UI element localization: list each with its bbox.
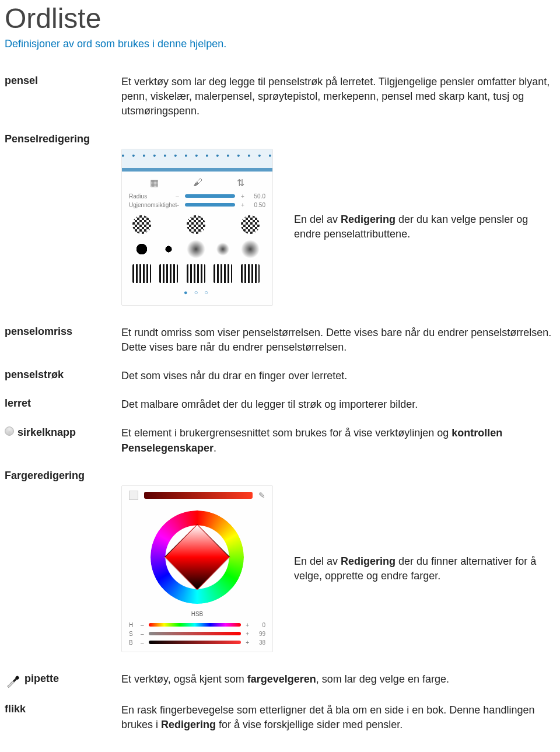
minus-icon: –: [174, 202, 180, 208]
radius-slider: Radius – + 50.0: [122, 192, 272, 201]
term-sirkelknapp: sirkelknapp: [5, 426, 121, 439]
swatch-icon: [129, 491, 138, 500]
caption-text: En del av: [294, 214, 341, 225]
puck-icon: [5, 426, 14, 436]
pencil-icon: ✎: [258, 491, 265, 500]
glossary-row-penselredigering: Penselredigering: [5, 133, 555, 145]
color-wheel: [150, 510, 244, 604]
glossary-row-penselomriss: penselomriss Et rundt omriss som viser p…: [5, 326, 555, 355]
brush-swatch: [132, 240, 151, 258]
glossary-row-sirkelknapp: sirkelknapp Et element i brukergrensesni…: [5, 426, 555, 455]
brush-swatch: [159, 264, 178, 283]
plus-icon: +: [240, 202, 246, 208]
def-sirkelknapp: Et element i brukergrensesnittet som bru…: [121, 426, 555, 455]
term-flikk: flikk: [5, 703, 121, 715]
eyedropper-icon: [5, 673, 21, 689]
sat-value: 99: [254, 631, 265, 637]
def-lerret: Det malbare området der du legger til st…: [121, 397, 555, 412]
brush-editor-panel: ▦ 🖌 ⇅ Radius – + 50.0 Ugjennomsiktighet …: [121, 149, 273, 306]
def-pipette: Et verktøy, også kjent som fargevelgeren…: [121, 672, 555, 687]
opacity-label: Ugjennomsiktighet: [129, 202, 170, 208]
color-wheel-wrap: [122, 505, 272, 610]
page-subtitle: Definisjoner av ord som brukes i denne h…: [5, 38, 555, 50]
def-flikk: En rask fingerbevegelse som etterligner …: [121, 703, 555, 732]
minus-icon: –: [174, 193, 180, 200]
brush-swatch: [216, 242, 229, 255]
radius-label: Radius: [129, 193, 170, 200]
glossary-row-penselstrok: penselstrøk Det som vises når du drar en…: [5, 369, 555, 383]
brush-swatch: [132, 215, 151, 234]
plus-icon: +: [246, 622, 249, 628]
glossary-row-flikk: flikk En rask fingerbevegelse som etterl…: [5, 703, 555, 732]
brush-swatch-grid: [122, 209, 272, 285]
bri-value: 38: [254, 639, 265, 646]
grid-icon: ▦: [150, 177, 159, 188]
color-editor-caption: En del av Redigering der du finner alter…: [294, 554, 545, 583]
glossary-row-pipette: pipette Et verktøy, også kjent som farge…: [5, 672, 555, 689]
def-bold: fargevelgeren: [247, 673, 316, 685]
term-penselredigering: Penselredigering: [5, 133, 121, 145]
brush-swatch: [132, 264, 151, 283]
radius-value: 50.0: [250, 193, 265, 200]
color-editor-panel: ✎ HSB H – + 0 S – + 99 B – + 38: [121, 485, 273, 652]
plus-icon: +: [240, 193, 246, 200]
caption-text: En del av: [294, 555, 341, 567]
minus-icon: –: [141, 639, 144, 646]
brush-swatch: [241, 240, 260, 258]
sat-label: S: [129, 631, 136, 637]
def-bold: Redigering: [161, 719, 216, 730]
sliders-icon: ⇅: [237, 177, 244, 188]
brush-icon: 🖌: [193, 177, 202, 188]
glossary-row-pensel: pensel Et verktøy som lar deg legge til …: [5, 75, 555, 119]
radius-track: [185, 194, 235, 198]
term-pensel: pensel: [5, 75, 121, 87]
brush-swatch: [241, 264, 260, 283]
hue-slider: H – + 0: [122, 621, 272, 629]
brush-tool-row: ▦ 🖌 ⇅: [122, 172, 272, 192]
color-top-bar: ✎: [122, 486, 272, 505]
color-editor-figure: ✎ HSB H – + 0 S – + 99 B – + 38: [121, 485, 555, 652]
term-pipette: pipette: [5, 672, 121, 689]
caption-bold: Redigering: [341, 214, 396, 225]
brush-swatch: [163, 243, 174, 254]
term-pipette-label: pipette: [24, 673, 59, 685]
bri-slider: B – + 38: [122, 638, 272, 647]
def-text: Et element i brukergrensesnittet som bru…: [121, 427, 452, 439]
minus-icon: –: [141, 631, 144, 637]
def-text: for å vise forskjellige sider med pensle…: [216, 719, 402, 730]
term-penselomriss: penselomriss: [5, 326, 121, 338]
def-text: .: [214, 442, 216, 454]
plus-icon: +: [246, 631, 249, 637]
brush-swatch: [159, 215, 178, 234]
opacity-track: [185, 203, 235, 207]
brush-swatch: [187, 215, 205, 234]
gradient-bar: [144, 492, 253, 499]
bri-label: B: [129, 639, 136, 646]
hue-label: H: [129, 622, 136, 628]
def-text: Et verktøy, også kjent som: [121, 673, 247, 685]
term-fargeredigering: Fargeredigering: [5, 470, 121, 482]
color-mode-tab: HSB: [122, 610, 272, 621]
pager-dots: ● ○ ○: [122, 285, 272, 299]
brush-swatch: [214, 215, 232, 234]
bri-track: [149, 641, 242, 644]
def-text: , som lar deg velge en farge.: [316, 673, 449, 685]
page-title: Ordliste: [5, 2, 555, 34]
opacity-slider: Ugjennomsiktighet – + 0.50: [122, 201, 272, 209]
brush-swatch: [241, 215, 260, 234]
brush-editor-figure: ▦ 🖌 ⇅ Radius – + 50.0 Ugjennomsiktighet …: [121, 149, 555, 306]
def-penselomriss: Et rundt omriss som viser penselstørrels…: [121, 326, 555, 355]
caption-bold: Redigering: [341, 555, 396, 567]
sat-slider: S – + 99: [122, 629, 272, 638]
glossary-row-lerret: lerret Det malbare området der du legger…: [5, 397, 555, 412]
brush-editor-caption: En del av Redigering der du kan velge pe…: [294, 212, 545, 242]
brush-preview-strip: [122, 149, 272, 172]
hue-track: [149, 623, 242, 627]
glossary-row-fargeredigering: Fargeredigering: [5, 470, 555, 482]
term-sirkelknapp-label: sirkelknapp: [18, 426, 76, 439]
def-penselstrok: Det som vises når du drar en finger over…: [121, 369, 555, 383]
brush-swatch: [187, 240, 205, 258]
hue-value: 0: [254, 622, 265, 628]
brush-swatch: [214, 264, 232, 283]
def-pensel: Et verktøy som lar deg legge til pensels…: [121, 75, 555, 119]
